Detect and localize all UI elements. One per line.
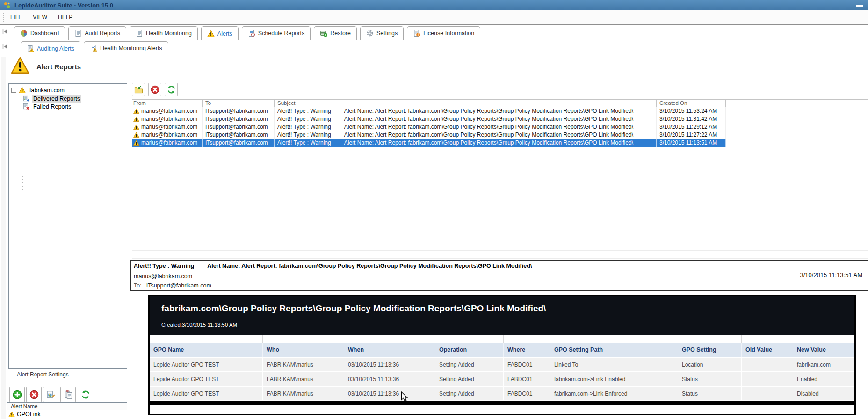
report-col-who: Who	[263, 343, 344, 357]
doc-warning-icon	[27, 45, 34, 52]
delete-alert-button[interactable]	[26, 387, 42, 402]
menu-file[interactable]: FILE	[6, 12, 27, 22]
report-cell: FABDC01	[504, 387, 550, 400]
cell-created-on: 3/10/2015 11:13:51 AM	[657, 139, 726, 147]
tree-connector	[23, 183, 30, 183]
report-table: GPO Name Who When Operation Where GPO Se…	[150, 335, 854, 405]
alert-report-body: fabrikam.com\Group Policy Reports\Group …	[148, 295, 856, 415]
cell-subject-type: Alert!! Type : Warning	[277, 124, 331, 130]
collapse-pin-icon[interactable]	[2, 29, 7, 34]
report-cell	[742, 387, 793, 400]
table-row[interactable]: marius@fabrikam.com ITsupport@fabrikam.c…	[132, 107, 868, 115]
tree-connector	[22, 176, 23, 191]
report-title-band: fabrikam.com\Group Policy Reports\Group …	[150, 296, 854, 335]
column-header-created-on[interactable]: Created On	[657, 100, 726, 107]
tree-node-failed-reports[interactable]: Failed Reports	[22, 103, 72, 110]
menu-help[interactable]: HELP	[53, 12, 77, 22]
move-to-folder-button[interactable]	[132, 83, 145, 96]
tab-health-monitoring-alerts[interactable]: Health Monitoring Alerts	[84, 41, 168, 55]
gear-icon	[366, 29, 374, 37]
refresh-button[interactable]	[165, 83, 178, 96]
column-header-subject[interactable]: Subject	[275, 100, 657, 107]
collapse-pin-icon[interactable]	[2, 44, 7, 49]
cell-created-on: 3/10/2015 11:27:22 AM	[657, 131, 726, 139]
sync-alerts-button[interactable]	[78, 387, 93, 402]
table-row[interactable]: marius@fabrikam.com ITsupport@fabrikam.c…	[132, 131, 868, 139]
column-header-filler	[726, 100, 868, 107]
report-toolbar	[132, 83, 178, 96]
report-table-top-strip	[150, 335, 854, 343]
open-folder-icon	[134, 85, 143, 94]
alert-name-column-header[interactable]: Alert Name	[7, 403, 127, 410]
tab-health-monitoring[interactable]: Health Monitoring	[130, 26, 198, 40]
preview-to-value: ITsupport@fabrikam.com	[146, 282, 211, 289]
tree-collapse-icon[interactable]	[11, 88, 16, 93]
table-row[interactable]: marius@fabrikam.com ITsupport@fabrikam.c…	[132, 115, 868, 123]
column-header-from[interactable]: From	[132, 100, 203, 107]
warning-icon	[133, 116, 139, 122]
cell-filler	[726, 107, 868, 115]
minimize-button[interactable]	[856, 5, 863, 7]
tab-label: License Information	[423, 30, 474, 37]
report-cell	[742, 372, 793, 386]
report-cell: Setting Added	[435, 358, 504, 371]
report-created-timestamp: Created:3/10/2015 11:13:50 AM	[161, 322, 237, 328]
paste-icon	[64, 390, 73, 399]
report-cell: FABDC01	[504, 358, 550, 371]
delete-report-button[interactable]	[148, 83, 161, 96]
alert-tree-panel: fabrikam.com Delivered Reports Failed Re…	[8, 83, 127, 369]
edit-report-button[interactable]	[43, 387, 58, 402]
delivered-reports-list: From To Subject Created On marius@fabrik…	[132, 99, 868, 259]
cell-to: ITsupport@fabrikam.com	[203, 107, 275, 115]
menu-view[interactable]: VIEW	[28, 12, 52, 22]
preview-timestamp: 3/10/2015 11:13:51 AM	[800, 272, 862, 279]
preview-subject-type: Alert!! Type : Warning	[134, 263, 194, 269]
column-header-to[interactable]: To	[203, 100, 275, 107]
alert-name-label: GPOLink	[17, 411, 41, 418]
tab-label: Restore	[330, 30, 351, 37]
collapsed-panel-strip[interactable]	[1, 57, 6, 419]
page-title: Alert Reports	[36, 63, 81, 71]
report-cell: Setting Added	[435, 372, 504, 386]
table-row-selected[interactable]: marius@fabrikam.com ITsupport@fabrikam.c…	[132, 139, 868, 147]
tab-auditing-alerts[interactable]: Auditing Alerts	[21, 41, 80, 55]
restore-icon	[320, 29, 327, 37]
tab-dashboard[interactable]: Dashboard	[14, 26, 65, 40]
tree-node-root[interactable]: fabrikam.com	[11, 86, 66, 94]
warning-icon	[133, 132, 139, 138]
report-col-new-value: New Value	[793, 343, 854, 357]
report-cell: FABDC01	[504, 372, 550, 386]
tree-node-delivered-reports[interactable]: Delivered Reports	[22, 95, 81, 103]
report-cell: Lepide Auditor GPO TEST	[150, 387, 263, 400]
cell-filler	[726, 131, 868, 139]
add-icon	[13, 390, 22, 399]
cell-to: ITsupport@fabrikam.com	[203, 131, 275, 139]
report-cell: Disabled	[793, 387, 854, 400]
report-col-gpo-setting-path: GPO Setting Path	[550, 343, 678, 357]
tree-node-label: fabrikam.com	[28, 87, 66, 94]
add-alert-button[interactable]	[9, 387, 25, 402]
tab-settings[interactable]: Settings	[360, 26, 404, 40]
tab-label: Health Monitoring	[146, 30, 192, 37]
list-item-gpolink[interactable]: GPOLink	[7, 410, 127, 418]
cell-from: marius@fabrikam.com	[141, 116, 197, 122]
tab-alerts[interactable]: Alerts	[201, 26, 239, 40]
tab-label: Schedule Reports	[258, 30, 304, 37]
application-window: LepideAuditor Suite - Version 15.0 FILE …	[0, 0, 868, 419]
tab-audit-reports[interactable]: Audit Reports	[68, 26, 126, 40]
app-logo-icon	[3, 1, 11, 9]
tab-schedule-reports[interactable]: Schedule Reports	[242, 26, 311, 40]
report-cell: 03/10/2015 11:13:36	[344, 358, 435, 371]
copy-settings-button[interactable]	[60, 387, 76, 402]
report-title: fabrikam.com\Group Policy Reports\Group …	[161, 303, 546, 314]
tab-label: Health Monitoring Alerts	[100, 45, 162, 51]
table-row[interactable]: marius@fabrikam.com ITsupport@fabrikam.c…	[132, 123, 868, 131]
tab-label: Alerts	[217, 30, 232, 37]
tab-license-information[interactable]: License Information	[407, 26, 480, 40]
tab-restore[interactable]: Restore	[314, 26, 357, 40]
report-table-row: Lepide Auditor GPO TEST FABRIKAM\marius …	[150, 387, 854, 400]
report-col-gpo-setting: GPO Setting	[678, 343, 742, 357]
license-icon	[413, 29, 420, 37]
cell-filler	[726, 115, 868, 123]
cell-created-on: 3/10/2015 11:53:24 AM	[657, 107, 726, 115]
